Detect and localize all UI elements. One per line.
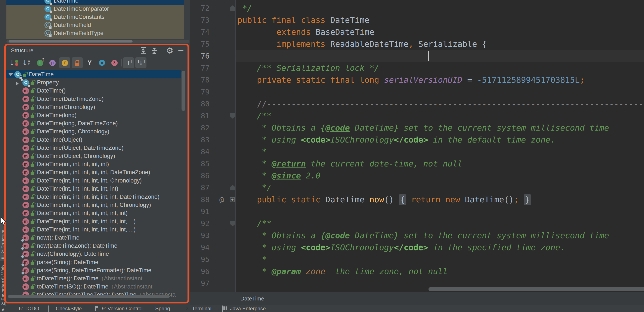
code-line[interactable]: 77 /** Serialization lock */ — [190, 62, 644, 74]
editor-hscrollbar-thumb[interactable] — [428, 287, 644, 291]
code-line[interactable]: 94 * using <code>ISOChronology</code> in… — [190, 242, 644, 254]
structure-tree-item[interactable]: mDateTime(Object, DateTimeZone) — [6, 144, 188, 152]
structure-tree-item[interactable]: mDateTime(long, Chronology) — [6, 127, 188, 135]
code-line[interactable]: 88@+ public static DateTime now() { retu… — [190, 194, 644, 206]
project-tree-item[interactable]: CDateTimeFieldType — [6, 29, 184, 37]
structure-tree-item[interactable]: CProperty — [6, 78, 188, 86]
fold-marker-icon[interactable] — [230, 185, 235, 190]
structure-item-label: DateTime(int, int, int, int, int, int, i… — [37, 226, 136, 233]
structure-item-label: DateTime(int, int, int, int, int) — [37, 161, 109, 168]
code-editor[interactable]: 72 */73public final class DateTime74 ext… — [190, 0, 644, 292]
show-lambdas-button[interactable]: λ — [109, 57, 120, 68]
structure-tree-item[interactable]: mDateTime(int, int, int, int, int, int, … — [6, 217, 188, 226]
structure-tree-item[interactable]: mDateTime(DateTimeZone) — [6, 95, 188, 103]
structure-tree-item[interactable]: mDateTime(int, int, int, int, int, DateT… — [6, 168, 188, 176]
code-line[interactable]: 84 * — [190, 146, 644, 158]
collapse-all-icon[interactable] — [151, 47, 158, 54]
code-line[interactable]: 72 */ — [190, 2, 644, 14]
collapse-arrow-icon[interactable] — [8, 73, 13, 76]
structure-tree-item[interactable]: CDateTime — [6, 70, 188, 78]
code-line[interactable]: 79 — [190, 86, 644, 98]
structure-tree-item[interactable]: mparse(String): DateTime — [6, 258, 188, 266]
breadcrumb[interactable]: DateTime — [240, 292, 264, 305]
autoscroll-from-source-button[interactable]: ↓ — [135, 57, 146, 68]
structure-tree-item[interactable]: mDateTime() — [6, 86, 188, 95]
hide-icon[interactable] — [177, 47, 184, 54]
fold-marker-icon[interactable] — [230, 113, 235, 119]
project-tree-item[interactable]: CDateTimeField — [6, 21, 184, 29]
show-properties-button[interactable]: p — [47, 57, 58, 68]
fold-marker-icon[interactable] — [230, 5, 235, 11]
expand-all-icon[interactable] — [140, 47, 147, 54]
structure-tree-item[interactable]: mnow(): DateTime — [6, 234, 188, 242]
line-number: 76 — [194, 50, 210, 62]
code-line[interactable]: 82 * Obtains a {@code DateTime} set to t… — [190, 122, 644, 134]
code-line[interactable]: 75 implements ReadableDateTime, Serializ… — [190, 38, 644, 50]
structure-tree-item[interactable]: mDateTime(int, int, int, int, int, int, … — [6, 226, 188, 234]
project-tree-item[interactable]: CDateTimeComparator — [6, 5, 184, 13]
structure-hscrollbar-thumb[interactable] — [8, 295, 170, 298]
code-line[interactable]: 93 * Obtains a {@code DateTime} set to t… — [190, 230, 644, 242]
structure-tree-item[interactable]: mDateTime(int, int, int, int, int, Chron… — [6, 177, 188, 185]
code-line[interactable]: 95 * — [190, 254, 644, 266]
code-line[interactable]: 92 /** — [190, 218, 644, 230]
structure-tree-item[interactable]: mnow(DateTimeZone): DateTime — [6, 242, 188, 250]
structure-tree-item[interactable]: mDateTime(int, int, int, int, int, int, … — [6, 201, 188, 209]
project-tree-hscrollbar-thumb[interactable] — [8, 40, 132, 42]
toolwindow-button-spring[interactable]: Spring — [148, 305, 170, 312]
structure-tree-item[interactable]: mDateTime(Object, Chronology) — [6, 152, 188, 160]
structure-tree-item[interactable]: mDateTime(int, int, int, int, int) — [6, 160, 188, 168]
structure-tree-item[interactable]: mDateTime(long, DateTimeZone) — [6, 119, 188, 127]
show-non-public-button[interactable] — [72, 57, 83, 68]
project-tree-item[interactable]: CDateTime — [6, 0, 184, 5]
code-line[interactable]: 74 extends BaseDateTime — [190, 26, 644, 38]
line-number: 77 — [194, 62, 210, 74]
code-line[interactable]: 81 /** — [190, 110, 644, 122]
code-text: * Obtains a {@code DateTime} set to the … — [237, 122, 609, 134]
expand-arrow-icon[interactable] — [16, 81, 18, 86]
code-line[interactable]: 80 //-----------------------------------… — [190, 98, 644, 110]
code-line[interactable]: 86 * @since 2.0 — [190, 170, 644, 182]
toolwindow-button-version-control[interactable]: 9: Version Control — [94, 305, 142, 312]
sort-alphabetically-button[interactable]: ↓az — [20, 57, 32, 68]
code-line[interactable]: 73public final class DateTime — [190, 14, 644, 26]
label: Java Enterprise — [230, 306, 266, 311]
settings-icon[interactable]: ⚙ — [166, 47, 174, 54]
structure-tree-item[interactable]: mDateTime(Object) — [6, 136, 188, 144]
structure-item-label: DateTime() — [37, 87, 66, 94]
project-tree-hscrollbar[interactable] — [6, 40, 190, 43]
toolwindow-button-checkstyle[interactable]: CheckStyle — [48, 305, 82, 312]
structure-tree-item[interactable]: mtoDateTimeISO(): DateTime↑AbstractInsta… — [6, 283, 188, 291]
code-line[interactable]: 76 — [190, 50, 644, 62]
toolwindow-button-java-enterprise[interactable]: Java Enterprise — [222, 305, 266, 312]
code-line[interactable]: 78 private static final long serialVersi… — [190, 74, 644, 86]
fold-marker-icon[interactable] — [230, 221, 235, 226]
show-anonymous-classes-button[interactable] — [96, 57, 108, 68]
show-inherited-button[interactable]: I↑ — [34, 57, 46, 68]
structure-tree-item[interactable]: mDateTime(int, int, int, int, int, int) — [6, 185, 188, 193]
code-line[interactable]: 87 */ — [190, 182, 644, 194]
code-line[interactable]: 85 * @return the current date-time, not … — [190, 158, 644, 170]
code-line[interactable]: 96 * @param zone the time zone, not null — [190, 266, 644, 277]
sort-by-visibility-button[interactable]: ↓ — [8, 57, 19, 68]
project-tree-item[interactable]: CDateTimeConstants — [6, 13, 184, 21]
structure-tree-item[interactable]: mnow(Chronology): DateTime — [6, 250, 188, 258]
code-line[interactable]: 91 — [190, 206, 644, 218]
structure-tree-item[interactable]: mtoDateTime(): DateTime↑AbstractInstant — [6, 274, 188, 283]
structure-tree-item[interactable]: mDateTime(Chronology) — [6, 103, 188, 111]
show-fields-button[interactable]: f — [59, 57, 70, 68]
structure-tree-item[interactable]: mDateTime(long) — [6, 111, 188, 119]
group-by-defining-type-button[interactable]: Y — [84, 57, 95, 68]
structure-tree-item[interactable]: mDateTime(int, int, int, int, int, int, … — [6, 193, 188, 201]
toolwindow-button-terminal[interactable]: Terminal — [184, 305, 212, 312]
status-bar: 6: TODOCheckStyle9: Version ControlSprin… — [0, 305, 644, 312]
code-line[interactable]: 83 * using <code>ISOChronology</code> in… — [190, 134, 644, 146]
fold-marker-icon[interactable]: + — [230, 197, 235, 202]
structure-vscrollbar-thumb[interactable] — [182, 71, 185, 111]
toolwindow-button-todo[interactable]: 6: TODO — [11, 305, 39, 312]
autoscroll-to-source-button[interactable]: ↑ — [123, 57, 134, 68]
public-visibility-icon — [30, 202, 35, 208]
structure-tree-item[interactable]: mDateTime(int, int, int, int, int, int, … — [6, 209, 188, 217]
structure-tree-item[interactable]: mparse(String, DateTimeFormatter): DateT… — [6, 266, 188, 274]
structure-item-label: DateTime(Chronology) — [37, 104, 95, 110]
